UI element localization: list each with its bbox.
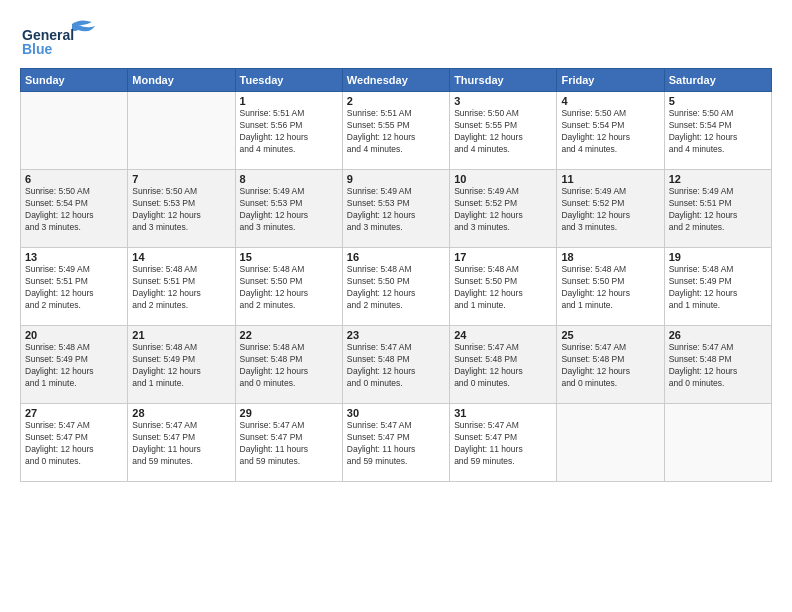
logo-svg: General Blue — [20, 16, 120, 58]
day-number: 2 — [347, 95, 445, 107]
day-cell: 28Sunrise: 5:47 AM Sunset: 5:47 PM Dayli… — [128, 404, 235, 482]
day-cell: 6Sunrise: 5:50 AM Sunset: 5:54 PM Daylig… — [21, 170, 128, 248]
day-cell: 19Sunrise: 5:48 AM Sunset: 5:49 PM Dayli… — [664, 248, 771, 326]
day-number: 18 — [561, 251, 659, 263]
day-number: 28 — [132, 407, 230, 419]
day-cell: 20Sunrise: 5:48 AM Sunset: 5:49 PM Dayli… — [21, 326, 128, 404]
day-number: 13 — [25, 251, 123, 263]
day-info: Sunrise: 5:48 AM Sunset: 5:49 PM Dayligh… — [669, 264, 767, 312]
day-info: Sunrise: 5:50 AM Sunset: 5:55 PM Dayligh… — [454, 108, 552, 156]
day-cell: 4Sunrise: 5:50 AM Sunset: 5:54 PM Daylig… — [557, 92, 664, 170]
day-info: Sunrise: 5:47 AM Sunset: 5:48 PM Dayligh… — [669, 342, 767, 390]
day-cell: 12Sunrise: 5:49 AM Sunset: 5:51 PM Dayli… — [664, 170, 771, 248]
day-cell: 1Sunrise: 5:51 AM Sunset: 5:56 PM Daylig… — [235, 92, 342, 170]
day-number: 21 — [132, 329, 230, 341]
day-number: 12 — [669, 173, 767, 185]
day-cell: 2Sunrise: 5:51 AM Sunset: 5:55 PM Daylig… — [342, 92, 449, 170]
day-cell: 26Sunrise: 5:47 AM Sunset: 5:48 PM Dayli… — [664, 326, 771, 404]
day-cell: 29Sunrise: 5:47 AM Sunset: 5:47 PM Dayli… — [235, 404, 342, 482]
header-row: SundayMondayTuesdayWednesdayThursdayFrid… — [21, 69, 772, 92]
day-info: Sunrise: 5:48 AM Sunset: 5:50 PM Dayligh… — [561, 264, 659, 312]
day-cell: 7Sunrise: 5:50 AM Sunset: 5:53 PM Daylig… — [128, 170, 235, 248]
day-info: Sunrise: 5:49 AM Sunset: 5:52 PM Dayligh… — [454, 186, 552, 234]
day-number: 23 — [347, 329, 445, 341]
day-header: Tuesday — [235, 69, 342, 92]
day-cell: 11Sunrise: 5:49 AM Sunset: 5:52 PM Dayli… — [557, 170, 664, 248]
day-header: Saturday — [664, 69, 771, 92]
day-info: Sunrise: 5:48 AM Sunset: 5:50 PM Dayligh… — [240, 264, 338, 312]
day-info: Sunrise: 5:47 AM Sunset: 5:47 PM Dayligh… — [132, 420, 230, 468]
day-cell: 14Sunrise: 5:48 AM Sunset: 5:51 PM Dayli… — [128, 248, 235, 326]
day-info: Sunrise: 5:49 AM Sunset: 5:53 PM Dayligh… — [347, 186, 445, 234]
day-info: Sunrise: 5:48 AM Sunset: 5:50 PM Dayligh… — [347, 264, 445, 312]
day-info: Sunrise: 5:48 AM Sunset: 5:50 PM Dayligh… — [454, 264, 552, 312]
day-info: Sunrise: 5:50 AM Sunset: 5:54 PM Dayligh… — [561, 108, 659, 156]
day-number: 6 — [25, 173, 123, 185]
day-number: 24 — [454, 329, 552, 341]
day-info: Sunrise: 5:48 AM Sunset: 5:48 PM Dayligh… — [240, 342, 338, 390]
day-info: Sunrise: 5:50 AM Sunset: 5:54 PM Dayligh… — [669, 108, 767, 156]
day-info: Sunrise: 5:47 AM Sunset: 5:48 PM Dayligh… — [454, 342, 552, 390]
day-cell: 13Sunrise: 5:49 AM Sunset: 5:51 PM Dayli… — [21, 248, 128, 326]
day-cell: 25Sunrise: 5:47 AM Sunset: 5:48 PM Dayli… — [557, 326, 664, 404]
day-info: Sunrise: 5:51 AM Sunset: 5:55 PM Dayligh… — [347, 108, 445, 156]
day-info: Sunrise: 5:49 AM Sunset: 5:51 PM Dayligh… — [25, 264, 123, 312]
day-cell: 31Sunrise: 5:47 AM Sunset: 5:47 PM Dayli… — [450, 404, 557, 482]
day-cell: 27Sunrise: 5:47 AM Sunset: 5:47 PM Dayli… — [21, 404, 128, 482]
day-number: 25 — [561, 329, 659, 341]
day-number: 20 — [25, 329, 123, 341]
day-number: 14 — [132, 251, 230, 263]
day-number: 17 — [454, 251, 552, 263]
day-number: 15 — [240, 251, 338, 263]
day-number: 9 — [347, 173, 445, 185]
day-cell — [128, 92, 235, 170]
day-cell: 5Sunrise: 5:50 AM Sunset: 5:54 PM Daylig… — [664, 92, 771, 170]
day-info: Sunrise: 5:47 AM Sunset: 5:47 PM Dayligh… — [240, 420, 338, 468]
day-cell: 16Sunrise: 5:48 AM Sunset: 5:50 PM Dayli… — [342, 248, 449, 326]
week-row: 6Sunrise: 5:50 AM Sunset: 5:54 PM Daylig… — [21, 170, 772, 248]
day-number: 22 — [240, 329, 338, 341]
day-info: Sunrise: 5:50 AM Sunset: 5:54 PM Dayligh… — [25, 186, 123, 234]
day-cell: 3Sunrise: 5:50 AM Sunset: 5:55 PM Daylig… — [450, 92, 557, 170]
day-info: Sunrise: 5:48 AM Sunset: 5:51 PM Dayligh… — [132, 264, 230, 312]
day-info: Sunrise: 5:49 AM Sunset: 5:53 PM Dayligh… — [240, 186, 338, 234]
day-info: Sunrise: 5:49 AM Sunset: 5:51 PM Dayligh… — [669, 186, 767, 234]
day-number: 7 — [132, 173, 230, 185]
week-row: 27Sunrise: 5:47 AM Sunset: 5:47 PM Dayli… — [21, 404, 772, 482]
day-info: Sunrise: 5:48 AM Sunset: 5:49 PM Dayligh… — [132, 342, 230, 390]
day-cell — [664, 404, 771, 482]
day-info: Sunrise: 5:47 AM Sunset: 5:47 PM Dayligh… — [25, 420, 123, 468]
day-number: 27 — [25, 407, 123, 419]
header: General Blue — [20, 16, 772, 58]
day-cell: 22Sunrise: 5:48 AM Sunset: 5:48 PM Dayli… — [235, 326, 342, 404]
day-cell — [557, 404, 664, 482]
day-info: Sunrise: 5:51 AM Sunset: 5:56 PM Dayligh… — [240, 108, 338, 156]
day-cell: 9Sunrise: 5:49 AM Sunset: 5:53 PM Daylig… — [342, 170, 449, 248]
day-cell — [21, 92, 128, 170]
day-info: Sunrise: 5:47 AM Sunset: 5:47 PM Dayligh… — [454, 420, 552, 468]
day-number: 30 — [347, 407, 445, 419]
day-cell: 30Sunrise: 5:47 AM Sunset: 5:47 PM Dayli… — [342, 404, 449, 482]
day-number: 1 — [240, 95, 338, 107]
day-number: 29 — [240, 407, 338, 419]
day-number: 3 — [454, 95, 552, 107]
week-row: 20Sunrise: 5:48 AM Sunset: 5:49 PM Dayli… — [21, 326, 772, 404]
day-number: 26 — [669, 329, 767, 341]
day-cell: 15Sunrise: 5:48 AM Sunset: 5:50 PM Dayli… — [235, 248, 342, 326]
day-info: Sunrise: 5:47 AM Sunset: 5:47 PM Dayligh… — [347, 420, 445, 468]
day-header: Wednesday — [342, 69, 449, 92]
day-info: Sunrise: 5:50 AM Sunset: 5:53 PM Dayligh… — [132, 186, 230, 234]
calendar-table: SundayMondayTuesdayWednesdayThursdayFrid… — [20, 68, 772, 482]
week-row: 1Sunrise: 5:51 AM Sunset: 5:56 PM Daylig… — [21, 92, 772, 170]
day-cell: 10Sunrise: 5:49 AM Sunset: 5:52 PM Dayli… — [450, 170, 557, 248]
day-cell: 18Sunrise: 5:48 AM Sunset: 5:50 PM Dayli… — [557, 248, 664, 326]
day-info: Sunrise: 5:47 AM Sunset: 5:48 PM Dayligh… — [561, 342, 659, 390]
day-number: 5 — [669, 95, 767, 107]
day-cell: 23Sunrise: 5:47 AM Sunset: 5:48 PM Dayli… — [342, 326, 449, 404]
day-number: 16 — [347, 251, 445, 263]
day-number: 8 — [240, 173, 338, 185]
day-cell: 24Sunrise: 5:47 AM Sunset: 5:48 PM Dayli… — [450, 326, 557, 404]
day-header: Thursday — [450, 69, 557, 92]
svg-text:Blue: Blue — [22, 41, 53, 57]
day-info: Sunrise: 5:47 AM Sunset: 5:48 PM Dayligh… — [347, 342, 445, 390]
